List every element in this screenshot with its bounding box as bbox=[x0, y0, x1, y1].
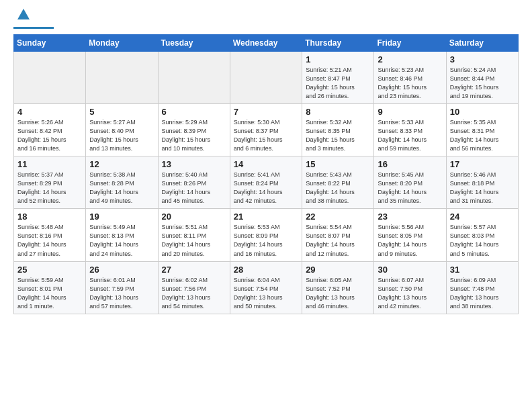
day-info: Sunrise: 5:24 AM Sunset: 8:44 PM Dayligh… bbox=[450, 66, 515, 101]
calendar-cell: 5Sunrise: 5:27 AM Sunset: 8:40 PM Daylig… bbox=[86, 103, 158, 156]
calendar-cell: 16Sunrise: 5:45 AM Sunset: 8:20 PM Dayli… bbox=[374, 156, 446, 209]
day-info: Sunrise: 5:48 AM Sunset: 8:16 PM Dayligh… bbox=[17, 223, 82, 258]
calendar-week-row: 4Sunrise: 5:26 AM Sunset: 8:42 PM Daylig… bbox=[14, 103, 519, 156]
calendar-cell: 28Sunrise: 6:04 AM Sunset: 7:54 PM Dayli… bbox=[230, 261, 302, 314]
calendar-cell: 2Sunrise: 5:23 AM Sunset: 8:46 PM Daylig… bbox=[374, 51, 446, 103]
weekday-header-saturday: Saturday bbox=[446, 34, 518, 51]
day-number: 9 bbox=[378, 107, 442, 117]
logo-underline bbox=[13, 27, 54, 29]
day-info: Sunrise: 5:29 AM Sunset: 8:39 PM Dayligh… bbox=[162, 118, 226, 153]
day-number: 7 bbox=[234, 107, 298, 117]
svg-marker-0 bbox=[17, 9, 30, 19]
day-number: 8 bbox=[306, 107, 370, 117]
calendar-cell: 8Sunrise: 5:32 AM Sunset: 8:35 PM Daylig… bbox=[302, 103, 374, 156]
calendar-cell: 10Sunrise: 5:35 AM Sunset: 8:31 PM Dayli… bbox=[446, 103, 518, 156]
day-info: Sunrise: 5:27 AM Sunset: 8:40 PM Dayligh… bbox=[89, 118, 154, 153]
day-number: 29 bbox=[306, 265, 370, 275]
day-number: 18 bbox=[17, 212, 82, 222]
day-number: 10 bbox=[450, 107, 515, 117]
day-info: Sunrise: 5:30 AM Sunset: 8:37 PM Dayligh… bbox=[234, 118, 298, 153]
calendar-cell bbox=[230, 51, 302, 103]
day-info: Sunrise: 5:41 AM Sunset: 8:24 PM Dayligh… bbox=[234, 171, 298, 205]
day-info: Sunrise: 6:07 AM Sunset: 7:50 PM Dayligh… bbox=[378, 276, 442, 311]
calendar-cell: 15Sunrise: 5:43 AM Sunset: 8:22 PM Dayli… bbox=[302, 156, 374, 209]
day-number: 15 bbox=[306, 159, 370, 169]
calendar-cell bbox=[158, 51, 230, 103]
day-info: Sunrise: 6:02 AM Sunset: 7:56 PM Dayligh… bbox=[162, 276, 226, 311]
day-info: Sunrise: 5:35 AM Sunset: 8:31 PM Dayligh… bbox=[450, 118, 515, 153]
day-number: 21 bbox=[234, 212, 298, 222]
day-number: 17 bbox=[450, 159, 515, 169]
day-info: Sunrise: 5:51 AM Sunset: 8:11 PM Dayligh… bbox=[162, 223, 226, 258]
calendar-cell bbox=[86, 51, 158, 103]
calendar-week-row: 11Sunrise: 5:37 AM Sunset: 8:29 PM Dayli… bbox=[14, 156, 519, 209]
calendar-cell: 19Sunrise: 5:49 AM Sunset: 8:13 PM Dayli… bbox=[86, 209, 158, 261]
day-number: 22 bbox=[306, 212, 370, 222]
calendar-cell: 23Sunrise: 5:56 AM Sunset: 8:05 PM Dayli… bbox=[374, 209, 446, 261]
day-info: Sunrise: 5:38 AM Sunset: 8:28 PM Dayligh… bbox=[89, 171, 154, 205]
day-info: Sunrise: 5:43 AM Sunset: 8:22 PM Dayligh… bbox=[306, 171, 370, 205]
day-info: Sunrise: 5:37 AM Sunset: 8:29 PM Dayligh… bbox=[17, 171, 82, 205]
logo bbox=[13, 12, 54, 29]
calendar-table: SundayMondayTuesdayWednesdayThursdayFrid… bbox=[13, 34, 519, 314]
day-info: Sunrise: 5:49 AM Sunset: 8:13 PM Dayligh… bbox=[89, 223, 154, 258]
day-number: 16 bbox=[378, 159, 442, 169]
calendar-cell: 24Sunrise: 5:57 AM Sunset: 8:03 PM Dayli… bbox=[446, 209, 518, 261]
day-info: Sunrise: 5:54 AM Sunset: 8:07 PM Dayligh… bbox=[306, 223, 370, 258]
calendar-cell: 26Sunrise: 6:01 AM Sunset: 7:59 PM Dayli… bbox=[86, 261, 158, 314]
day-number: 12 bbox=[89, 159, 154, 169]
calendar-cell: 25Sunrise: 5:59 AM Sunset: 8:01 PM Dayli… bbox=[14, 261, 86, 314]
calendar-cell: 3Sunrise: 5:24 AM Sunset: 8:44 PM Daylig… bbox=[446, 51, 518, 103]
day-number: 13 bbox=[162, 159, 226, 169]
day-number: 30 bbox=[378, 265, 442, 275]
calendar-cell: 7Sunrise: 5:30 AM Sunset: 8:37 PM Daylig… bbox=[230, 103, 302, 156]
calendar-cell: 21Sunrise: 5:53 AM Sunset: 8:09 PM Dayli… bbox=[230, 209, 302, 261]
calendar-cell: 31Sunrise: 6:09 AM Sunset: 7:48 PM Dayli… bbox=[446, 261, 518, 314]
day-info: Sunrise: 5:46 AM Sunset: 8:18 PM Dayligh… bbox=[450, 171, 515, 205]
day-info: Sunrise: 5:33 AM Sunset: 8:33 PM Dayligh… bbox=[378, 118, 442, 153]
weekday-header-wednesday: Wednesday bbox=[230, 34, 302, 51]
calendar-week-row: 25Sunrise: 5:59 AM Sunset: 8:01 PM Dayli… bbox=[14, 261, 519, 314]
day-number: 19 bbox=[89, 212, 154, 222]
day-info: Sunrise: 6:04 AM Sunset: 7:54 PM Dayligh… bbox=[234, 276, 298, 311]
day-number: 14 bbox=[234, 159, 298, 169]
page-container: SundayMondayTuesdayWednesdayThursdayFrid… bbox=[0, 0, 532, 321]
calendar-cell: 30Sunrise: 6:07 AM Sunset: 7:50 PM Dayli… bbox=[374, 261, 446, 314]
calendar-cell: 4Sunrise: 5:26 AM Sunset: 8:42 PM Daylig… bbox=[14, 103, 86, 156]
calendar-cell: 6Sunrise: 5:29 AM Sunset: 8:39 PM Daylig… bbox=[158, 103, 230, 156]
day-number: 3 bbox=[450, 54, 515, 64]
weekday-header-sunday: Sunday bbox=[14, 34, 86, 51]
weekday-header-monday: Monday bbox=[86, 34, 158, 51]
day-info: Sunrise: 6:01 AM Sunset: 7:59 PM Dayligh… bbox=[89, 276, 154, 311]
day-number: 31 bbox=[450, 265, 515, 275]
day-number: 23 bbox=[378, 212, 442, 222]
day-number: 1 bbox=[306, 54, 370, 64]
day-info: Sunrise: 5:32 AM Sunset: 8:35 PM Dayligh… bbox=[306, 118, 370, 153]
day-info: Sunrise: 5:53 AM Sunset: 8:09 PM Dayligh… bbox=[234, 223, 298, 258]
day-number: 4 bbox=[17, 107, 82, 117]
day-info: Sunrise: 5:26 AM Sunset: 8:42 PM Dayligh… bbox=[17, 118, 82, 153]
calendar-cell: 18Sunrise: 5:48 AM Sunset: 8:16 PM Dayli… bbox=[14, 209, 86, 261]
day-number: 24 bbox=[450, 212, 515, 222]
day-number: 5 bbox=[89, 107, 154, 117]
weekday-header-row: SundayMondayTuesdayWednesdayThursdayFrid… bbox=[14, 34, 519, 51]
day-number: 25 bbox=[17, 265, 82, 275]
day-number: 11 bbox=[17, 159, 82, 169]
day-info: Sunrise: 5:40 AM Sunset: 8:26 PM Dayligh… bbox=[162, 171, 226, 205]
calendar-week-row: 18Sunrise: 5:48 AM Sunset: 8:16 PM Dayli… bbox=[14, 209, 519, 261]
calendar-cell: 17Sunrise: 5:46 AM Sunset: 8:18 PM Dayli… bbox=[446, 156, 518, 209]
day-number: 28 bbox=[234, 265, 298, 275]
weekday-header-tuesday: Tuesday bbox=[158, 34, 230, 51]
calendar-cell bbox=[14, 51, 86, 103]
calendar-cell: 27Sunrise: 6:02 AM Sunset: 7:56 PM Dayli… bbox=[158, 261, 230, 314]
header bbox=[13, 12, 519, 29]
day-info: Sunrise: 5:56 AM Sunset: 8:05 PM Dayligh… bbox=[378, 223, 442, 258]
day-number: 26 bbox=[89, 265, 154, 275]
day-info: Sunrise: 6:09 AM Sunset: 7:48 PM Dayligh… bbox=[450, 276, 515, 311]
day-number: 6 bbox=[162, 107, 226, 117]
logo-icon bbox=[16, 7, 31, 25]
weekday-header-friday: Friday bbox=[374, 34, 446, 51]
day-number: 27 bbox=[162, 265, 226, 275]
day-info: Sunrise: 5:45 AM Sunset: 8:20 PM Dayligh… bbox=[378, 171, 442, 205]
day-number: 20 bbox=[162, 212, 226, 222]
